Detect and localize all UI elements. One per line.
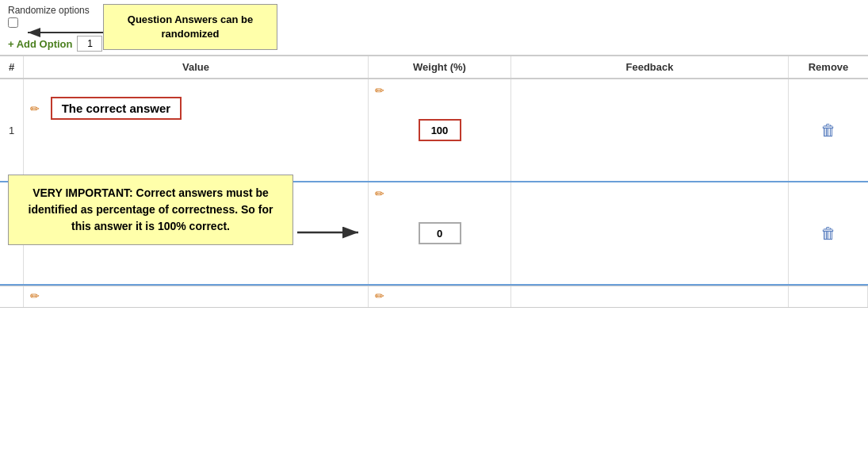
tooltip-important: VERY IMPORTANT: Correct answers must be …: [8, 175, 293, 245]
randomize-label: Randomize options: [8, 5, 90, 16]
pencil-icon-bottom[interactable]: ✏: [30, 290, 40, 302]
row-num-1: 1: [0, 79, 24, 181]
th-remove: Remove: [789, 56, 868, 78]
trash-icon-1[interactable]: 🗑: [820, 121, 836, 140]
feedback-cell-1: [511, 79, 789, 181]
pencil-icon-weight-2[interactable]: ✏: [375, 187, 384, 200]
correct-answer-box: The correct answer: [51, 97, 182, 120]
bottom-cell-feedback: [511, 286, 789, 307]
pencil-icon-weight-bottom[interactable]: ✏: [375, 290, 384, 302]
pencil-icon-1[interactable]: ✏: [30, 102, 40, 115]
bottom-cell-value: ✏: [24, 286, 369, 307]
th-feedback: Feedback: [511, 56, 789, 78]
feedback-cell-2: [511, 182, 789, 284]
arrow-important-svg: [293, 221, 365, 244]
weight-cell-1: ✏: [369, 79, 511, 181]
table-header: # Value Weight (%) Feedback Remove: [0, 55, 868, 79]
remove-cell-2: 🗑: [789, 182, 868, 284]
bottom-cell-remove: [789, 286, 868, 307]
trash-icon-2[interactable]: 🗑: [820, 224, 836, 243]
weight-input-1[interactable]: [419, 119, 461, 141]
bottom-cell-weight: ✏: [369, 286, 511, 307]
tooltip-randomize: Question Answers can be randomized: [103, 4, 277, 50]
randomize-checkbox[interactable]: [8, 17, 18, 28]
bottom-add-row: ✏ ✏: [0, 286, 868, 308]
arrow-randomize-svg: [20, 21, 107, 44]
th-value: Value: [24, 56, 369, 78]
value-cell-1: ✏ The correct answer: [24, 79, 369, 181]
pencil-icon-weight-1[interactable]: ✏: [375, 84, 384, 97]
table-row: 1 ✏ The correct answer ✏ 🗑: [0, 79, 868, 182]
weight-cell-2: ✏: [369, 182, 511, 284]
th-weight: Weight (%): [369, 56, 511, 78]
th-num: #: [0, 56, 24, 78]
remove-cell-1: 🗑: [789, 79, 868, 181]
bottom-cell-num: [0, 286, 24, 307]
weight-input-2[interactable]: [419, 222, 461, 244]
